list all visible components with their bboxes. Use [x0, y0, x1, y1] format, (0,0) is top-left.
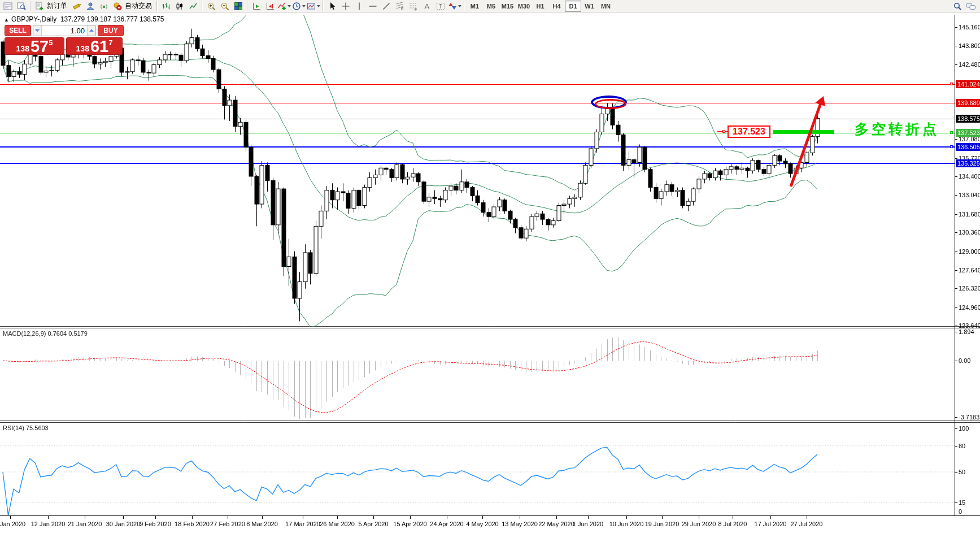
chart-title: ▲GBPJPY-,Daily 137.279 139.187 136.777 1… — [4, 15, 164, 23]
candlestick-chart-icon — [175, 2, 184, 11]
buy-price-big: 61 — [90, 39, 108, 54]
new-order-button[interactable] — [33, 1, 46, 12]
chat-button[interactable] — [964, 1, 978, 12]
tile-windows-icon — [234, 2, 243, 11]
timeframe-button-D1[interactable]: D1 — [565, 1, 581, 12]
charts-list-button[interactable] — [1, 1, 15, 12]
stepper-down-icon — [35, 29, 40, 32]
styler-button[interactable] — [70, 1, 84, 12]
buy-price-small: 138 — [76, 44, 89, 53]
highlight-ellipse-annotation[interactable] — [591, 96, 627, 109]
tile-windows-button[interactable] — [232, 1, 245, 12]
symbol-period-label: GBPJPY-,Daily — [11, 15, 56, 23]
timeframe-button-M5[interactable]: M5 — [483, 1, 499, 12]
zoom-out-icon — [220, 2, 229, 11]
line-chart-button[interactable] — [186, 1, 200, 12]
one-click-trading-panel: SELL BUY 138 57 5 138 61 7 — [5, 25, 124, 55]
new-order-icon — [35, 2, 44, 11]
periods-button[interactable] — [291, 1, 306, 12]
trendline-icon — [382, 2, 391, 11]
auto-scroll-button[interactable] — [250, 1, 263, 12]
zoom-in-icon — [207, 2, 216, 11]
autotrading-button[interactable] — [111, 1, 124, 12]
new-order-label[interactable]: 新订单 — [47, 1, 67, 11]
mt4-terminal: 新订单 自动交易 E F A T M1M5M15M30H1H4D1W1MN — [0, 0, 980, 533]
bar-chart-button[interactable] — [159, 1, 173, 12]
request-quotes-button[interactable] — [84, 1, 97, 12]
indicators-icon — [277, 2, 286, 11]
volume-input[interactable] — [42, 25, 87, 36]
candlestick-chart-button[interactable] — [173, 1, 186, 12]
chart-shift-button[interactable] — [263, 1, 277, 12]
volume-increase-button[interactable] — [87, 25, 95, 36]
main-toolbar: 新订单 自动交易 E F A T M1M5M15M30H1H4D1W1MN — [0, 0, 980, 12]
crosshair-tool-button[interactable] — [339, 1, 352, 12]
text-label-tool-button[interactable]: T — [434, 1, 447, 12]
zoom-out-button[interactable] — [218, 1, 232, 12]
price-level-box[interactable]: 137.523 — [728, 125, 770, 138]
zoom-in-button[interactable] — [204, 1, 218, 12]
sell-price-sup: 5 — [49, 38, 53, 47]
sell-price-big: 57 — [31, 39, 49, 54]
cursor-tool-button[interactable] — [325, 1, 339, 12]
sell-button[interactable]: SELL — [5, 25, 31, 36]
toolbar-separator — [323, 1, 324, 11]
timeframe-button-MN[interactable]: MN — [598, 1, 614, 12]
highlight-ellipse-inner — [595, 99, 626, 109]
level-box-handle[interactable] — [722, 130, 725, 133]
toolbar-separator — [464, 1, 465, 11]
collapse-panel-arrow[interactable]: ▲ — [4, 17, 9, 23]
timeframe-button-W1[interactable]: W1 — [581, 1, 598, 12]
buy-price-display[interactable]: 138 61 7 — [66, 37, 123, 55]
sell-price-display[interactable]: 138 57 5 — [5, 37, 64, 55]
search-icon — [953, 2, 962, 11]
rsi-label: RSI(14) 75.5603 — [3, 424, 49, 431]
signal-icon — [99, 2, 108, 11]
buy-price-sup: 7 — [108, 38, 112, 47]
search-button[interactable] — [951, 1, 964, 12]
macd-label: MACD(12,26,9) 0.7604 0.5179 — [3, 330, 88, 337]
periods-caret-icon — [302, 5, 306, 7]
arrows-tool-button[interactable] — [447, 1, 462, 12]
indicators-button[interactable] — [277, 1, 291, 12]
trend-arrow[interactable] — [782, 89, 834, 194]
volume-decrease-button[interactable] — [33, 25, 42, 36]
vertical-line-tool-button[interactable] — [352, 1, 366, 12]
timeframe-group: M1M5M15M30H1H4D1W1MN — [467, 1, 614, 12]
timeframe-button-M1[interactable]: M1 — [467, 1, 483, 12]
bar-chart-icon — [162, 2, 171, 11]
autotrading-icon — [113, 2, 122, 11]
chart-shift-icon — [265, 2, 275, 11]
fibonacci-tool-button[interactable]: F — [407, 1, 420, 12]
turning-point-text[interactable]: 多空转折点 — [855, 120, 939, 138]
ohlc-label: 137.279 139.187 136.777 138.575 — [60, 15, 164, 23]
chart-canvas[interactable] — [0, 0, 980, 533]
text-tool-button[interactable]: A — [420, 1, 434, 12]
svg-text:T: T — [439, 3, 442, 10]
svg-text:F: F — [415, 7, 417, 11]
toolbar-separator — [156, 1, 158, 11]
autotrading-label[interactable]: 自动交易 — [125, 1, 152, 11]
line-chart-icon — [189, 2, 198, 11]
chat-icon — [966, 2, 976, 11]
horizontal-line-tool-button[interactable] — [366, 1, 380, 12]
text-label-icon: T — [436, 2, 445, 11]
timeframe-button-M30[interactable]: M30 — [516, 1, 532, 12]
data-window-icon — [17, 2, 26, 11]
trendline-tool-button[interactable] — [380, 1, 393, 12]
stepper-up-icon — [89, 29, 94, 32]
crayon-icon — [72, 2, 81, 11]
signals-button[interactable] — [97, 1, 111, 12]
templates-caret-icon — [317, 5, 320, 7]
toolbar-separator — [30, 1, 31, 11]
buy-button[interactable]: BUY — [98, 25, 124, 36]
data-window-button[interactable] — [15, 1, 28, 12]
crosshair-icon — [341, 2, 350, 11]
timeframe-button-H4[interactable]: H4 — [548, 1, 565, 12]
timeframe-button-H1[interactable]: H1 — [532, 1, 548, 12]
equidistant-channel-tool-button[interactable]: E — [393, 1, 407, 12]
auto-scroll-icon — [252, 2, 261, 11]
macd-signal-value: 0.5179 — [68, 330, 88, 337]
timeframe-button-M15[interactable]: M15 — [499, 1, 516, 12]
templates-button[interactable] — [306, 1, 321, 12]
